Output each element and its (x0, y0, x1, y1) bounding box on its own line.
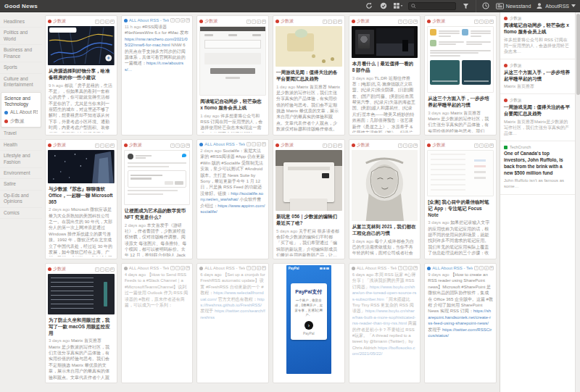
pocket-share-icon[interactable]: p (408, 143, 413, 148)
refresh-button[interactable] (365, 1, 374, 11)
sidebar-category[interactable]: Lifestyle and Fashion (0, 151, 42, 168)
facebook-share-icon[interactable]: f (246, 142, 251, 146)
twitter-share-icon[interactable]: t (403, 266, 407, 270)
pocket-share-icon[interactable]: p (105, 20, 109, 24)
mail-share-icon[interactable]: ✉ (186, 143, 190, 148)
twitter-share-icon[interactable]: t (252, 20, 256, 24)
pocket-share-icon[interactable]: p (257, 20, 261, 24)
twitter-share-icon[interactable]: t (479, 266, 484, 270)
pocket-share-icon[interactable]: p (257, 266, 261, 270)
pocket-share-icon[interactable]: p (257, 142, 261, 146)
twitter-share-icon[interactable]: t (100, 20, 104, 24)
article-card[interactable]: 少数派 f t p ✉ 一周游戏见闻：值得关注的各平台要闻汇总及趋势 1 day… (273, 15, 345, 135)
mail-share-icon[interactable]: ✉ (338, 20, 342, 24)
sidebar-category[interactable]: Health (0, 140, 42, 151)
scrollbar-thumb[interactable] (576, 14, 580, 95)
facebook-share-icon[interactable]: f (323, 20, 327, 24)
sidebar-category[interactable]: Sports (0, 62, 42, 73)
pocket-share-icon[interactable]: p (105, 267, 109, 272)
pocket-share-icon[interactable]: p (105, 143, 109, 148)
sidebar-category[interactable]: Satire (0, 179, 42, 190)
article-card[interactable]: ALL About RSS - Teleg f t p ✉ 6 days ago… (349, 263, 421, 383)
sidebar-category[interactable]: Culture and Entertainment (0, 74, 42, 91)
mail-share-icon[interactable]: ✉ (262, 20, 266, 24)
sidebar-category[interactable]: Op-Eds and Opinions (0, 191, 42, 208)
facebook-share-icon[interactable]: f (95, 267, 99, 272)
mail-share-icon[interactable]: ✉ (262, 266, 266, 270)
facebook-share-icon[interactable]: f (95, 143, 99, 148)
article-card[interactable]: 少数派 f t p ✉ 本月看什么｜最近值得一看的 8 部作品 3 days a… (349, 15, 421, 135)
newsstand-button[interactable]: Newsstand (496, 3, 531, 9)
twitter-share-icon[interactable]: t (175, 266, 180, 270)
twitter-share-icon[interactable]: t (175, 18, 180, 22)
list-item[interactable]: TechCrunch One of Canada's top investors… (500, 141, 575, 194)
facebook-share-icon[interactable]: f (398, 20, 402, 24)
twitter-share-icon[interactable]: t (479, 20, 484, 24)
mail-share-icon[interactable]: ✉ (413, 20, 418, 24)
mail-share-icon[interactable]: ✉ (186, 18, 190, 22)
pocket-share-icon[interactable]: p (181, 18, 185, 22)
facebook-share-icon[interactable]: f (323, 143, 327, 148)
sidebar-category[interactable]: Headlines (0, 17, 42, 28)
pocket-share-icon[interactable]: p (408, 20, 413, 24)
facebook-share-icon[interactable]: f (474, 266, 478, 270)
facebook-share-icon[interactable]: f (398, 266, 402, 270)
mail-share-icon[interactable]: ✉ (413, 266, 418, 270)
article-card[interactable]: ALL About RSS - Teleg f t p ✉ 11 h ago #… (121, 15, 194, 135)
facebook-share-icon[interactable]: f (398, 143, 402, 148)
search-box[interactable] (408, 2, 456, 10)
article-card[interactable]: ALL About RSS - Teleg f t p ✉ 9 days ago… (424, 263, 497, 383)
article-card[interactable]: 少数派 f t p ✉ 与少数派『苏志』聊聊微软 Office，一起聊一聊 Mi… (45, 139, 117, 259)
facebook-share-icon[interactable]: f (246, 266, 251, 270)
pocket-share-icon[interactable]: p (333, 20, 337, 24)
sidebar-category[interactable]: Environment (0, 168, 42, 179)
article-card[interactable]: 少数派 f t p ✉ [众测] 我心目中的最佳临时笔记 App：专注笔记 Fo… (424, 139, 497, 259)
history-clock-button[interactable] (481, 1, 491, 11)
mail-share-icon[interactable]: ✉ (338, 143, 342, 148)
account-menu[interactable]: AboutRSS (536, 2, 576, 9)
twitter-share-icon[interactable]: t (175, 143, 180, 148)
pocket-share-icon[interactable]: p (181, 143, 185, 148)
mail-share-icon[interactable]: ✉ (489, 20, 494, 24)
mail-share-icon[interactable]: ✉ (489, 143, 494, 148)
sidebar-feed[interactable]: 少数派 (4, 118, 38, 124)
sidebar-category[interactable]: Comics (0, 208, 42, 219)
article-card[interactable]: 少数派 f t p ✉ 从这三个方面入手，一步步培养起早睡早起的习惯 3 day… (424, 15, 497, 135)
sidebar-feed[interactable]: ALL About RSS - Te (4, 109, 38, 115)
article-card[interactable]: ALL About RSS - Teleg f t p ✉ 6 days ago… (196, 263, 269, 383)
facebook-share-icon[interactable]: f (95, 20, 99, 24)
facebook-share-icon[interactable]: f (170, 266, 175, 270)
facebook-share-icon[interactable]: f (474, 20, 478, 24)
twitter-share-icon[interactable]: t (403, 20, 407, 24)
pocket-share-icon[interactable]: p (181, 266, 185, 270)
article-card[interactable]: 少数派 f t p ✉ 让梗图成为艺术品的数字货币 NFT 究竟是什么? 2 d… (121, 139, 194, 259)
mail-share-icon[interactable]: ✉ (262, 142, 266, 146)
twitter-share-icon[interactable]: t (252, 142, 256, 146)
mail-share-icon[interactable]: ✉ (110, 267, 115, 272)
facebook-share-icon[interactable]: f (170, 18, 175, 22)
pocket-share-icon[interactable]: p (408, 266, 413, 270)
article-card[interactable]: 少数派 f t p ✉ 从房源选择到好物分享，给准备租房的你一些小建议 9 h … (45, 15, 117, 135)
sidebar-category[interactable]: Science and Technology ALL About RSS - T… (1, 92, 41, 128)
mail-share-icon[interactable]: ✉ (489, 266, 494, 270)
list-item[interactable]: 少数派 从这三个方面入手，一步步培养起早睡早起的习惯 Matrix 首页推荐 (500, 59, 575, 95)
view-mode-dropdown[interactable] (394, 1, 403, 11)
mark-read-button[interactable] (379, 1, 389, 11)
list-scrollbar[interactable] (575, 12, 580, 392)
twitter-share-icon[interactable]: t (252, 266, 256, 270)
pocket-share-icon[interactable]: p (484, 266, 489, 270)
twitter-share-icon[interactable]: t (100, 143, 104, 148)
mail-share-icon[interactable]: ✉ (413, 143, 418, 148)
article-card[interactable]: 少数派 f t p ✉ 新玩意 056｜少数派的编辑们最近买了啥? 5 days… (273, 139, 345, 259)
mail-share-icon[interactable]: ✉ (186, 266, 190, 270)
mail-share-icon[interactable]: ✉ (110, 143, 115, 148)
sidebar-category[interactable]: Travel (0, 128, 42, 139)
sidebar-category[interactable]: Politics and World (0, 28, 42, 45)
twitter-share-icon[interactable]: t (100, 267, 104, 272)
article-card[interactable]: ALL About RSS - Teleg f t p ✉ 4 days ago… (121, 263, 194, 383)
pocket-share-icon[interactable]: p (333, 143, 337, 148)
article-card[interactable]: 少数派 f t p ✉ 从富兰克林到 2021，我们都在工程化自己的习惯 3 d… (349, 139, 421, 259)
sidebar-category[interactable]: Business and Finance (0, 45, 42, 62)
list-item[interactable]: 少数派 阅读笔记自动同步，轻芒杂志 x flomo 服务会员上线 许多想要将公众… (500, 12, 575, 59)
paypal-arrow-button[interactable]: › (304, 321, 313, 330)
